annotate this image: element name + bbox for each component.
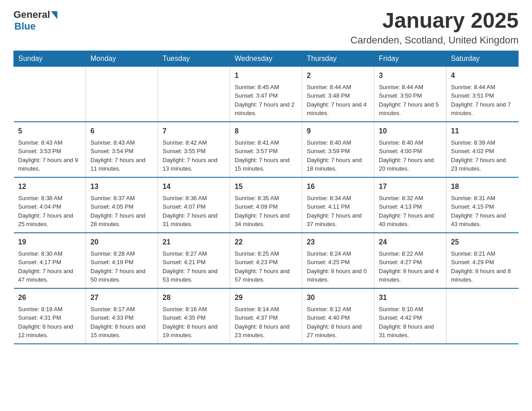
day-info: Sunrise: 8:41 AMSunset: 3:57 PMDaylight:…: [235, 138, 297, 173]
day-cell: 23Sunrise: 8:24 AMSunset: 4:25 PMDayligh…: [302, 233, 374, 288]
day-info: Sunrise: 8:28 AMSunset: 4:19 PMDaylight:…: [90, 249, 153, 284]
day-number: 3: [379, 70, 442, 81]
day-info: Sunrise: 8:16 AMSunset: 4:35 PMDaylight:…: [163, 305, 225, 340]
day-info: Sunrise: 8:43 AMSunset: 3:53 PMDaylight:…: [18, 138, 82, 173]
day-number: 22: [235, 237, 297, 248]
day-info: Sunrise: 8:19 AMSunset: 4:31 PMDaylight:…: [18, 305, 82, 340]
day-cell: 30Sunrise: 8:12 AMSunset: 4:40 PMDayligh…: [302, 288, 374, 344]
day-cell: 27Sunrise: 8:17 AMSunset: 4:33 PMDayligh…: [86, 288, 158, 344]
week-row-5: 26Sunrise: 8:19 AMSunset: 4:31 PMDayligh…: [14, 288, 519, 344]
day-info: Sunrise: 8:36 AMSunset: 4:07 PMDaylight:…: [163, 194, 225, 229]
day-cell: 24Sunrise: 8:22 AMSunset: 4:27 PMDayligh…: [374, 233, 446, 288]
day-info: Sunrise: 8:10 AMSunset: 4:42 PMDaylight:…: [379, 305, 442, 340]
day-number: 28: [163, 292, 225, 303]
day-cell: 10Sunrise: 8:40 AMSunset: 4:00 PMDayligh…: [374, 122, 446, 177]
calendar-subtitle: Cardenden, Scotland, United Kingdom: [351, 34, 519, 46]
day-number: 27: [90, 292, 153, 303]
day-info: Sunrise: 8:42 AMSunset: 3:55 PMDaylight:…: [163, 138, 225, 173]
day-cell: 31Sunrise: 8:10 AMSunset: 4:42 PMDayligh…: [374, 288, 446, 344]
day-number: 25: [451, 237, 514, 248]
day-cell: 7Sunrise: 8:42 AMSunset: 3:55 PMDaylight…: [158, 122, 230, 177]
day-cell: 13Sunrise: 8:37 AMSunset: 4:05 PMDayligh…: [86, 177, 158, 233]
day-cell: 20Sunrise: 8:28 AMSunset: 4:19 PMDayligh…: [86, 233, 158, 288]
day-number: 18: [451, 181, 514, 192]
week-row-4: 19Sunrise: 8:30 AMSunset: 4:17 PMDayligh…: [14, 233, 519, 288]
week-row-1: 1Sunrise: 8:45 AMSunset: 3:47 PMDaylight…: [14, 66, 519, 122]
day-cell: 14Sunrise: 8:36 AMSunset: 4:07 PMDayligh…: [158, 177, 230, 233]
day-cell: [446, 288, 519, 344]
day-number: 19: [18, 237, 82, 248]
week-row-2: 5Sunrise: 8:43 AMSunset: 3:53 PMDaylight…: [14, 122, 519, 177]
day-cell: [158, 66, 230, 122]
header-day-friday: Friday: [374, 51, 446, 66]
day-number: 23: [307, 237, 369, 248]
day-cell: 12Sunrise: 8:38 AMSunset: 4:04 PMDayligh…: [14, 177, 86, 233]
day-info: Sunrise: 8:44 AMSunset: 3:48 PMDaylight:…: [307, 83, 369, 118]
day-info: Sunrise: 8:38 AMSunset: 4:04 PMDaylight:…: [18, 194, 82, 229]
day-info: Sunrise: 8:27 AMSunset: 4:21 PMDaylight:…: [163, 249, 225, 284]
logo: General Blue: [13, 9, 57, 32]
day-number: 9: [307, 126, 369, 137]
day-number: 15: [235, 181, 297, 192]
day-number: 24: [379, 237, 442, 248]
header-day-monday: Monday: [86, 51, 158, 66]
logo-text-blue: Blue: [14, 21, 36, 32]
day-cell: 15Sunrise: 8:35 AMSunset: 4:09 PMDayligh…: [230, 177, 302, 233]
day-cell: 25Sunrise: 8:21 AMSunset: 4:29 PMDayligh…: [446, 233, 519, 288]
day-cell: 26Sunrise: 8:19 AMSunset: 4:31 PMDayligh…: [14, 288, 86, 344]
day-cell: 2Sunrise: 8:44 AMSunset: 3:48 PMDaylight…: [302, 66, 374, 122]
day-info: Sunrise: 8:40 AMSunset: 4:00 PMDaylight:…: [379, 138, 442, 173]
day-number: 4: [451, 70, 514, 81]
day-cell: 29Sunrise: 8:14 AMSunset: 4:37 PMDayligh…: [230, 288, 302, 344]
day-cell: 4Sunrise: 8:44 AMSunset: 3:51 PMDaylight…: [446, 66, 519, 122]
day-number: 12: [18, 181, 82, 192]
day-cell: 6Sunrise: 8:43 AMSunset: 3:54 PMDaylight…: [86, 122, 158, 177]
day-info: Sunrise: 8:37 AMSunset: 4:05 PMDaylight:…: [90, 194, 153, 229]
day-number: 2: [307, 70, 369, 81]
day-info: Sunrise: 8:25 AMSunset: 4:23 PMDaylight:…: [235, 249, 297, 284]
day-info: Sunrise: 8:35 AMSunset: 4:09 PMDaylight:…: [235, 194, 297, 229]
day-number: 29: [235, 292, 297, 303]
day-number: 14: [163, 181, 225, 192]
header-day-tuesday: Tuesday: [158, 51, 230, 66]
day-cell: 1Sunrise: 8:45 AMSunset: 3:47 PMDaylight…: [230, 66, 302, 122]
day-info: Sunrise: 8:30 AMSunset: 4:17 PMDaylight:…: [18, 249, 82, 284]
day-number: 16: [307, 181, 369, 192]
day-cell: 11Sunrise: 8:39 AMSunset: 4:02 PMDayligh…: [446, 122, 519, 177]
day-cell: 19Sunrise: 8:30 AMSunset: 4:17 PMDayligh…: [14, 233, 86, 288]
day-info: Sunrise: 8:24 AMSunset: 4:25 PMDaylight:…: [307, 249, 369, 284]
day-number: 13: [90, 181, 153, 192]
day-info: Sunrise: 8:44 AMSunset: 3:51 PMDaylight:…: [451, 83, 514, 118]
header-day-wednesday: Wednesday: [230, 51, 302, 66]
calendar-header: SundayMondayTuesdayWednesdayThursdayFrid…: [14, 51, 519, 66]
week-row-3: 12Sunrise: 8:38 AMSunset: 4:04 PMDayligh…: [14, 177, 519, 233]
page-header: General Blue January 2025 Cardenden, Sco…: [13, 9, 519, 46]
day-cell: [86, 66, 158, 122]
day-cell: 9Sunrise: 8:40 AMSunset: 3:59 PMDaylight…: [302, 122, 374, 177]
header-day-thursday: Thursday: [302, 51, 374, 66]
day-number: 21: [163, 237, 225, 248]
day-cell: [14, 66, 86, 122]
day-info: Sunrise: 8:40 AMSunset: 3:59 PMDaylight:…: [307, 138, 369, 173]
day-cell: 18Sunrise: 8:31 AMSunset: 4:15 PMDayligh…: [446, 177, 519, 233]
header-day-sunday: Sunday: [14, 51, 86, 66]
day-info: Sunrise: 8:22 AMSunset: 4:27 PMDaylight:…: [379, 249, 442, 284]
day-info: Sunrise: 8:39 AMSunset: 4:02 PMDaylight:…: [451, 138, 514, 173]
day-number: 7: [163, 126, 225, 137]
calendar-table: SundayMondayTuesdayWednesdayThursdayFrid…: [13, 51, 519, 344]
logo-text-general: General: [13, 9, 50, 21]
header-day-saturday: Saturday: [446, 51, 519, 66]
day-number: 20: [90, 237, 153, 248]
day-number: 1: [235, 70, 297, 81]
logo-triangle-icon: [51, 11, 57, 19]
day-cell: 28Sunrise: 8:16 AMSunset: 4:35 PMDayligh…: [158, 288, 230, 344]
day-cell: 5Sunrise: 8:43 AMSunset: 3:53 PMDaylight…: [14, 122, 86, 177]
calendar-title: January 2025: [351, 9, 519, 33]
day-cell: 16Sunrise: 8:34 AMSunset: 4:11 PMDayligh…: [302, 177, 374, 233]
day-cell: 22Sunrise: 8:25 AMSunset: 4:23 PMDayligh…: [230, 233, 302, 288]
day-number: 10: [379, 126, 442, 137]
day-info: Sunrise: 8:44 AMSunset: 3:50 PMDaylight:…: [379, 83, 442, 118]
day-info: Sunrise: 8:21 AMSunset: 4:29 PMDaylight:…: [451, 249, 514, 284]
day-info: Sunrise: 8:43 AMSunset: 3:54 PMDaylight:…: [90, 138, 153, 173]
day-number: 31: [379, 292, 442, 303]
